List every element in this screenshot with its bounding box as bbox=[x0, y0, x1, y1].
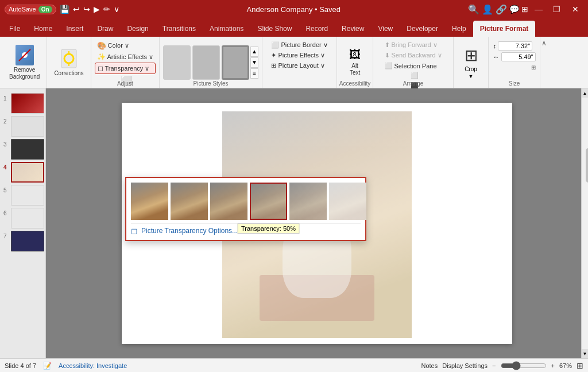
tab-picture-format[interactable]: Picture Format bbox=[473, 21, 536, 37]
style-thumb-2[interactable] bbox=[192, 45, 220, 80]
close-button[interactable]: ✕ bbox=[567, 1, 583, 17]
canvas-area: Transparency: 50% ◻ Picture Tr bbox=[46, 88, 588, 358]
adjust-col: 🎨 Color ∨ ✨ Artistic Effects ∨ ◻ Transpa… bbox=[95, 40, 156, 74]
accessibility-label[interactable]: Accessibility: Investigate bbox=[59, 362, 127, 369]
user-icon[interactable]: 👤 bbox=[482, 4, 493, 15]
tab-draw[interactable]: Draw bbox=[90, 21, 120, 37]
style-thumb-3[interactable] bbox=[222, 45, 249, 80]
style-scroll-up[interactable]: ▲ bbox=[250, 46, 258, 57]
slide-thumb-2[interactable]: 2 bbox=[3, 116, 42, 137]
tab-review[interactable]: Review bbox=[335, 21, 371, 37]
display-settings-button[interactable]: Display Settings bbox=[442, 362, 488, 369]
selection-pane-button[interactable]: ⬜ Selection Pane bbox=[382, 61, 445, 71]
group-picture-options: ⬜ Picture Border ∨ ✦ Picture Effects ∨ ⊞… bbox=[262, 37, 337, 88]
scroll-up-button[interactable]: ▲ bbox=[582, 88, 589, 98]
ribbon: RemoveBackground Corrections bbox=[0, 37, 588, 88]
slide-thumb-6[interactable]: 6 bbox=[3, 208, 42, 228]
redo-icon[interactable]: ↪ bbox=[83, 5, 90, 14]
maximize-button[interactable]: ❐ bbox=[549, 1, 565, 17]
minimize-button[interactable]: — bbox=[531, 1, 547, 17]
picture-layout-button[interactable]: ⊞ Picture Layout ∨ bbox=[269, 61, 330, 71]
accessibility-content: 🖼 AltText bbox=[341, 39, 369, 86]
style-thumb-1[interactable] bbox=[163, 45, 191, 80]
document-title: Anderson Company • Saved bbox=[247, 5, 341, 14]
tab-animations[interactable]: Animations bbox=[203, 21, 250, 37]
slide-num-6: 6 bbox=[3, 210, 9, 216]
align-button[interactable]: ⬜ bbox=[408, 71, 421, 80]
color-button[interactable]: 🎨 Color ∨ bbox=[95, 40, 156, 51]
save-icon[interactable]: 💾 bbox=[60, 5, 69, 14]
undo-icon[interactable]: ↩ bbox=[73, 5, 80, 14]
size-expand-icon[interactable]: ⊞ bbox=[531, 64, 536, 71]
picture-effects-button[interactable]: ✦ Picture Effects ∨ bbox=[269, 51, 330, 60]
slide-thumb-7[interactable]: 7 bbox=[3, 231, 42, 251]
zoom-out-icon[interactable]: − bbox=[492, 362, 496, 369]
status-bar: Slide 4 of 7 📝 Accessibility: Investigat… bbox=[0, 358, 588, 372]
pen-icon[interactable]: ✏ bbox=[103, 5, 110, 14]
slide-num-3: 3 bbox=[3, 141, 9, 148]
bring-forward-icon: ⬆ bbox=[385, 41, 390, 49]
trans-thumb-5[interactable] bbox=[329, 183, 366, 220]
title-bar-left: AutoSave On 💾 ↩ ↪ ▶ ✏ ∨ bbox=[5, 5, 119, 14]
notes-button[interactable]: Notes bbox=[421, 362, 438, 369]
height-input[interactable] bbox=[498, 41, 532, 51]
trans-thumb-0[interactable] bbox=[131, 183, 168, 220]
slide-thumb-4[interactable]: 4 bbox=[3, 162, 42, 183]
fit-slide-icon[interactable]: ⊞ bbox=[577, 361, 583, 370]
autosave-toggle[interactable]: On bbox=[38, 6, 52, 13]
scroll-thumb[interactable] bbox=[586, 148, 589, 183]
trans-thumb-3[interactable] bbox=[250, 183, 287, 220]
zoom-level[interactable]: 67% bbox=[559, 362, 572, 369]
transparency-options-label: Picture Transparency Options... bbox=[141, 227, 238, 235]
alt-text-button[interactable]: 🖼 AltText bbox=[341, 42, 369, 83]
border-icon: ⬜ bbox=[271, 41, 279, 49]
ribbon-toggle-icon[interactable]: ⊞ bbox=[521, 5, 528, 14]
tab-design[interactable]: Design bbox=[120, 21, 155, 37]
artistic-icon: ✨ bbox=[97, 53, 106, 61]
group-picture-styles: ▲ ▼ ≡ Picture Styles bbox=[160, 37, 262, 88]
tab-file[interactable]: File bbox=[2, 21, 27, 37]
style-scroll-down[interactable]: ▼ bbox=[250, 57, 258, 68]
search-icon[interactable]: 🔍 bbox=[468, 4, 479, 15]
bring-forward-button[interactable]: ⬆ Bring Forward ∨ bbox=[382, 40, 445, 50]
picture-border-button[interactable]: ⬜ Picture Border ∨ bbox=[269, 40, 330, 50]
right-scrollbar: ▲ ▼ bbox=[581, 88, 588, 358]
slide-thumb-5[interactable]: 5 bbox=[3, 185, 42, 206]
layout-icon: ⊞ bbox=[271, 62, 276, 69]
comments-icon[interactable]: 💬 bbox=[509, 5, 519, 14]
crop-button[interactable]: ⊞ Crop ▼ bbox=[457, 42, 485, 83]
transparency-label: Transparency ∨ bbox=[105, 65, 150, 72]
share-icon[interactable]: 🔗 bbox=[496, 4, 507, 15]
send-backward-button[interactable]: ⬇ Send Backward ∨ bbox=[382, 51, 445, 60]
height-input-row: ↕ bbox=[493, 41, 536, 51]
zoom-slider[interactable] bbox=[501, 361, 547, 370]
artistic-effects-button[interactable]: ✨ Artistic Effects ∨ bbox=[95, 52, 156, 62]
transparency-button[interactable]: ◻ Transparency ∨ bbox=[95, 63, 156, 74]
tab-transitions[interactable]: Transitions bbox=[156, 21, 203, 37]
tab-slideshow[interactable]: Slide Show bbox=[250, 21, 299, 37]
tab-view[interactable]: View bbox=[371, 21, 400, 37]
scroll-down-button[interactable]: ▼ bbox=[582, 349, 589, 358]
zoom-in-icon[interactable]: + bbox=[551, 362, 555, 369]
autosave-badge[interactable]: AutoSave On bbox=[5, 5, 56, 14]
tab-insert[interactable]: Insert bbox=[59, 21, 90, 37]
trans-thumb-2[interactable] bbox=[210, 183, 247, 220]
tab-home[interactable]: Home bbox=[27, 21, 59, 37]
tab-record[interactable]: Record bbox=[299, 21, 335, 37]
slide-thumb-1[interactable]: 1 bbox=[3, 93, 42, 114]
slide-thumb-3[interactable]: 3 bbox=[3, 139, 42, 160]
main-area: 1 2 3 4 5 6 7 bbox=[0, 88, 588, 358]
trans-thumb-4[interactable] bbox=[289, 183, 327, 220]
width-input[interactable] bbox=[501, 52, 536, 61]
artistic-effects-label: Artistic Effects ∨ bbox=[107, 53, 154, 61]
tab-developer[interactable]: Developer bbox=[400, 21, 445, 37]
crop-label: Crop bbox=[465, 66, 477, 72]
style-expand[interactable]: ≡ bbox=[250, 68, 258, 79]
ribbon-collapse[interactable]: ∧ bbox=[540, 37, 548, 88]
tab-help[interactable]: Help bbox=[445, 21, 473, 37]
trans-thumb-1[interactable] bbox=[171, 183, 208, 220]
corrections-button[interactable]: Corrections bbox=[51, 42, 87, 83]
present-icon[interactable]: ▶ bbox=[94, 5, 100, 14]
remove-background-button[interactable]: RemoveBackground bbox=[6, 42, 43, 83]
more-icon[interactable]: ∨ bbox=[114, 5, 119, 14]
